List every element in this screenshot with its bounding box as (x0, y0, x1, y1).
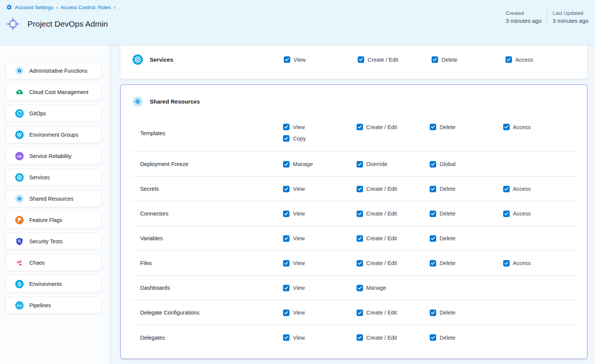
crosshair-target-icon (6, 17, 20, 31)
permission-checkbox-view[interactable]: View (284, 56, 358, 63)
sidebar-item-cloud-cost-management[interactable]: $Cloud Cost Management (5, 83, 101, 101)
permission-checkbox-access[interactable]: Access (505, 56, 579, 63)
permission-checkbox-delete[interactable]: Delete (430, 334, 503, 341)
permission-checkbox-create-edit[interactable]: Create / Edit (357, 260, 430, 267)
permission-cell: View (283, 186, 356, 192)
checkbox-checked-icon (283, 124, 290, 130)
permission-checkbox-access[interactable]: Access (503, 211, 576, 217)
permission-row-delegates: DelegatesViewCreate / EditDelete (132, 325, 576, 350)
checkbox-checked-icon (432, 56, 438, 63)
services-card-title: Services (150, 56, 173, 63)
permission-checkbox-access[interactable]: Access (503, 260, 576, 267)
checkbox-checked-icon (430, 186, 436, 192)
breadcrumb: Account Settings › Access Control: Roles… (6, 4, 115, 10)
sidebar-item-services[interactable]: Services (5, 169, 101, 186)
resource-label: Delegate Configurations (140, 310, 283, 316)
permission-checkbox-view[interactable]: View (283, 186, 356, 192)
permission-checkbox-copy[interactable]: Copy (283, 135, 356, 142)
page: Account Settings › Access Control: Roles… (0, 0, 595, 364)
permission-checkbox-delete[interactable]: Delete (430, 310, 503, 316)
meta-divider (547, 10, 547, 24)
permission-checkbox-view[interactable]: View (283, 334, 356, 341)
permission-checkbox-override[interactable]: Override (357, 161, 430, 168)
permission-cell: View (283, 211, 356, 217)
shared-resources-card-title: Shared Resources (150, 98, 200, 105)
sidebar-item-service-reliability[interactable]: Service Reliability (5, 147, 101, 164)
breadcrumb-separator: › (56, 5, 58, 10)
permission-checkbox-access[interactable]: Access (503, 186, 576, 192)
resource-label: Deployment Freeze (140, 161, 283, 167)
permission-checkbox-delete[interactable]: Delete (430, 124, 503, 130)
permission-checkbox-view[interactable]: View (283, 285, 356, 291)
permission-checkbox-create-edit[interactable]: Create / Edit (357, 211, 430, 217)
permission-checkbox-create-edit[interactable]: Create / Edit (357, 334, 430, 341)
permission-cell: Manage (357, 285, 430, 291)
sidebar-item-pipelines[interactable]: Pipelines (5, 297, 101, 314)
checkbox-label: Delete (440, 260, 456, 266)
permission-checkbox-delete[interactable]: Delete (430, 260, 503, 267)
permission-checkbox-create-edit[interactable]: Create / Edit (357, 124, 430, 130)
permission-cell: Delete (432, 56, 505, 63)
permission-checkbox-view[interactable]: View (283, 260, 356, 267)
permission-row-secrets: SecretsViewCreate / EditDeleteAccess (132, 177, 576, 201)
checkbox-checked-icon (430, 334, 436, 341)
permission-checkbox-delete[interactable]: Delete (432, 56, 505, 63)
page-header: Account Settings › Access Control: Roles… (0, 0, 595, 45)
checkbox-checked-icon (430, 310, 436, 316)
permission-cell: Create / Edit (357, 235, 430, 242)
permission-cell: Delete (430, 260, 503, 267)
permission-checkbox-delete[interactable]: Delete (430, 186, 503, 192)
permission-checkbox-create-edit[interactable]: Create / Edit (357, 310, 430, 316)
permission-row-deployment-freeze: Deployment FreezeManageOverrideGlobal (132, 152, 576, 177)
last-updated-label: Last Updated (553, 10, 589, 16)
sidebar-item-gitops[interactable]: GitOps (5, 105, 101, 122)
checkbox-label: Create / Edit (366, 260, 397, 266)
shared-resources-rows: TemplatesViewCopyCreate / EditDeleteAcce… (121, 115, 587, 350)
permission-checkbox-create-edit[interactable]: Create / Edit (358, 56, 432, 63)
checkbox-label: Create / Edit (366, 124, 397, 130)
sidebar-item-environment-groups[interactable]: Environment Groups (5, 126, 101, 143)
permission-checkbox-view[interactable]: View (283, 310, 356, 316)
permission-checkbox-create-edit[interactable]: Create / Edit (357, 235, 430, 242)
permission-checkbox-manage[interactable]: Manage (357, 285, 430, 291)
sidebar-item-shared-resources[interactable]: Shared Resources (5, 190, 101, 207)
permission-cell: Global (430, 161, 503, 168)
breadcrumb-account-settings[interactable]: Account Settings (15, 5, 53, 10)
checkbox-checked-icon (358, 56, 364, 63)
sidebar-item-feature-flags[interactable]: Feature Flags (5, 211, 101, 228)
permission-checkbox-view[interactable]: View (283, 235, 356, 242)
permission-checkbox-delete[interactable]: Delete (430, 211, 503, 217)
permission-cell: Create / Edit (357, 115, 430, 130)
breadcrumb-access-control-roles[interactable]: Access Control: Roles (61, 5, 111, 10)
sidebar-item-label: Environment Groups (29, 132, 78, 138)
sidebar-item-administrative-functions[interactable]: Administrative Functions (5, 62, 101, 79)
permission-checkbox-global[interactable]: Global (430, 161, 503, 168)
checkbox-label: Create / Edit (366, 235, 397, 241)
permission-cell: Access (503, 115, 576, 130)
checkbox-checked-icon (283, 135, 290, 142)
checkbox-checked-icon (357, 310, 363, 316)
checkbox-checked-icon (283, 235, 290, 242)
permission-checkbox-delete[interactable]: Delete (430, 235, 503, 242)
last-updated-value: 3 minutes ago (553, 18, 589, 24)
permission-checkbox-access[interactable]: Access (503, 124, 576, 130)
sidebar-item-chaos[interactable]: Chaos (5, 254, 101, 271)
checkbox-label: Override (366, 161, 388, 167)
sidebar-item-security-tests[interactable]: Security Tests (5, 233, 101, 250)
checkbox-label: Create / Edit (368, 57, 398, 63)
checkbox-checked-icon (283, 334, 290, 341)
sidebar-item-environments[interactable]: Environments (5, 275, 101, 292)
checkbox-label: Delete (440, 186, 456, 192)
permission-checkbox-create-edit[interactable]: Create / Edit (357, 186, 430, 192)
checkbox-label: Delete (440, 211, 456, 217)
permission-checkbox-view[interactable]: View (283, 211, 356, 217)
checkbox-label: Create / Edit (366, 211, 397, 217)
permission-checkbox-view[interactable]: View (283, 124, 356, 130)
permission-checkbox-manage[interactable]: Manage (283, 161, 356, 168)
checkbox-checked-icon (430, 260, 436, 267)
last-updated-meta: Last Updated 3 minutes ago (553, 10, 589, 24)
svg-text:$: $ (19, 90, 21, 94)
checkbox-checked-icon (430, 161, 436, 168)
checkbox-checked-icon (430, 235, 436, 242)
checkbox-label: View (293, 235, 305, 241)
